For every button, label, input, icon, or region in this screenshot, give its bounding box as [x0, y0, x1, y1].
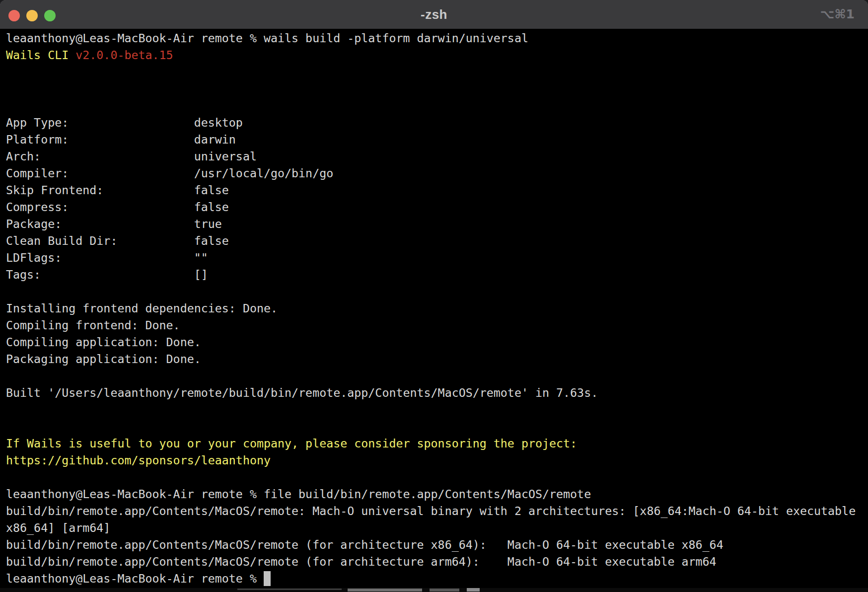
background-window-fragment	[348, 589, 422, 592]
terminal-text-span: build/bin/remote.app/Contents/MacOS/remo…	[6, 504, 863, 518]
terminal-text-span: Compress: false	[6, 200, 229, 214]
terminal-text-span: Arch: universal	[6, 149, 257, 163]
terminal-line: Compress: false	[6, 199, 868, 216]
terminal-line: Package: true	[6, 216, 868, 232]
terminal-text-span: build/bin/remote.app/Contents/MacOS/remo…	[6, 555, 717, 568]
terminal-text-span: Compiler: /usr/local/go/bin/go	[6, 166, 333, 180]
terminal-line	[6, 283, 868, 300]
window-titlebar[interactable]: -zsh ⌥⌘1	[0, 0, 868, 29]
terminal-line: build/bin/remote.app/Contents/MacOS/remo…	[6, 553, 868, 570]
terminal-text-span: Wails CLI	[6, 48, 75, 62]
terminal-text-span: Package: true	[6, 217, 222, 230]
terminal-line: If Wails is useful to you or your compan…	[6, 435, 868, 452]
terminal-line	[6, 418, 868, 435]
terminal-text-span: LDFlags: ""	[6, 251, 208, 264]
terminal-text-span: Compiling frontend: Done.	[6, 318, 180, 332]
terminal-text-span: x86_64] [arm64]	[6, 521, 110, 534]
terminal-text-span: Skip Frontend: false	[6, 183, 229, 197]
terminal-line: Built '/Users/leaanthony/remote/build/bi…	[6, 384, 868, 401]
zoom-button[interactable]	[44, 10, 56, 21]
background-window-fragment	[430, 589, 459, 592]
terminal-line: leaanthony@Leas-MacBook-Air remote % wai…	[6, 30, 868, 47]
terminal-cursor	[264, 571, 271, 586]
window-title: -zsh	[421, 7, 447, 22]
terminal-text-span: Compiling application: Done.	[6, 335, 201, 349]
terminal-line: Tags: []	[6, 266, 868, 283]
terminal-line: Arch: universal	[6, 148, 868, 165]
terminal-line: LDFlags: ""	[6, 249, 868, 266]
terminal-line: leaanthony@Leas-MacBook-Air remote %	[6, 570, 868, 587]
terminal-line: Wails CLI v2.0.0-beta.15	[6, 47, 868, 64]
minimize-button[interactable]	[26, 10, 38, 21]
tab-shortcut-label: ⌥⌘1	[820, 7, 855, 21]
terminal-text-span: leaanthony@Leas-MacBook-Air remote %	[6, 572, 264, 585]
terminal-line: Platform: darwin	[6, 131, 868, 148]
traffic-lights	[8, 10, 56, 21]
terminal-line: Installing frontend dependencies: Done.	[6, 300, 868, 317]
terminal-text-span: Tags: []	[6, 268, 208, 281]
terminal-line: Compiling application: Done.	[6, 334, 868, 351]
terminal-text-span: Installing frontend dependencies: Done.	[6, 301, 278, 315]
terminal-line: Skip Frontend: false	[6, 182, 868, 199]
terminal-screen[interactable]: leaanthony@Leas-MacBook-Air remote % wai…	[0, 29, 868, 588]
terminal-text-span: Platform: darwin	[6, 133, 236, 146]
terminal-text-span: leaanthony@Leas-MacBook-Air remote % fil…	[6, 487, 591, 501]
terminal-line: Compiler: /usr/local/go/bin/go	[6, 165, 868, 182]
terminal-line: build/bin/remote.app/Contents/MacOS/remo…	[6, 503, 868, 519]
background-window-fragment	[467, 588, 480, 592]
terminal-line	[6, 469, 868, 486]
background-window-fragment	[237, 589, 342, 590]
terminal-text-span: Clean Build Dir: false	[6, 234, 229, 247]
terminal-line: Packaging application: Done.	[6, 351, 868, 368]
terminal-text-span: Packaging application: Done.	[6, 352, 201, 366]
terminal-text-span: leaanthony@Leas-MacBook-Air remote % wai…	[6, 31, 528, 45]
terminal-text-span: Built '/Users/leaanthony/remote/build/bi…	[6, 386, 598, 399]
close-button[interactable]	[8, 10, 20, 21]
terminal-line	[6, 401, 868, 418]
terminal-line: build/bin/remote.app/Contents/MacOS/remo…	[6, 536, 868, 553]
terminal-line	[6, 80, 868, 97]
terminal-line	[6, 97, 868, 114]
terminal-line: Compiling frontend: Done.	[6, 317, 868, 334]
terminal-line: Clean Build Dir: false	[6, 232, 868, 249]
terminal-window: -zsh ⌥⌘1 leaanthony@Leas-MacBook-Air rem…	[0, 0, 868, 588]
terminal-line: x86_64] [arm64]	[6, 519, 868, 536]
background-window-sliver	[0, 588, 868, 592]
terminal-text-span: App Type: desktop	[6, 116, 243, 129]
terminal-text-span: v2.0.0-beta.15	[75, 48, 173, 62]
terminal-line	[6, 64, 868, 80]
terminal-line	[6, 368, 868, 384]
terminal-line: App Type: desktop	[6, 114, 868, 131]
terminal-text-span: If Wails is useful to you or your compan…	[6, 437, 577, 450]
terminal-text-span: build/bin/remote.app/Contents/MacOS/remo…	[6, 538, 723, 551]
terminal-line: https://github.com/sponsors/leaanthony	[6, 452, 868, 469]
terminal-line: leaanthony@Leas-MacBook-Air remote % fil…	[6, 486, 868, 503]
terminal-text-span: https://github.com/sponsors/leaanthony	[6, 453, 271, 467]
